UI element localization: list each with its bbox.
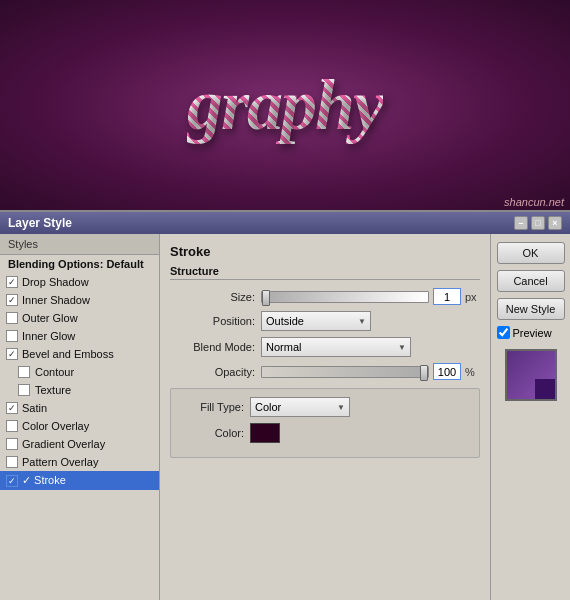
pattern-overlay-checkbox[interactable] — [6, 456, 18, 468]
center-panel: Stroke Structure Size: px Position: Outs… — [160, 234, 490, 600]
color-overlay-checkbox[interactable] — [6, 420, 18, 432]
outer-glow-checkbox[interactable] — [6, 312, 18, 324]
inner-glow-checkbox[interactable] — [6, 330, 18, 342]
cancel-button[interactable]: Cancel — [497, 270, 565, 292]
bevel-emboss-checkbox[interactable] — [6, 348, 18, 360]
blend-mode-row: Blend Mode: Normal ▼ — [170, 337, 480, 357]
watermark: shancun.net — [504, 196, 564, 208]
opacity-label: Opacity: — [170, 366, 255, 378]
layer-style-dialog: Layer Style – □ × Styles Blending Option… — [0, 210, 570, 600]
minimize-button[interactable]: – — [514, 216, 528, 230]
right-panel: OK Cancel New Style Preview — [490, 234, 570, 600]
fill-type-row: Fill Type: Color ▼ — [179, 397, 471, 417]
left-panel: Styles Blending Options: Default Drop Sh… — [0, 234, 160, 600]
size-label: Size: — [170, 291, 255, 303]
blending-options-label: Blending Options: Default — [8, 258, 144, 270]
texture-label: Texture — [35, 384, 71, 396]
drop-shadow-label: Drop Shadow — [22, 276, 89, 288]
fill-type-dropdown[interactable]: Color ▼ — [250, 397, 350, 417]
fill-type-label: Fill Type: — [179, 401, 244, 413]
stroke-checkbox[interactable] — [6, 475, 18, 487]
satin-label: Satin — [22, 402, 47, 414]
blend-mode-label: Blend Mode: — [170, 341, 255, 353]
opacity-slider-container: % — [261, 363, 480, 380]
position-row: Position: Outside ▼ — [170, 311, 480, 331]
color-label: Color: — [179, 427, 244, 439]
sidebar-item-outer-glow[interactable]: Outer Glow — [0, 309, 159, 327]
structure-title: Structure — [170, 265, 480, 280]
inner-glow-label: Inner Glow — [22, 330, 75, 342]
sidebar-item-inner-glow[interactable]: Inner Glow — [0, 327, 159, 345]
watermark-text: shancun.net — [504, 196, 564, 208]
preview-checkbox-row: Preview — [497, 326, 565, 339]
gradient-overlay-checkbox[interactable] — [6, 438, 18, 450]
sidebar-item-texture[interactable]: Texture — [0, 381, 159, 399]
pattern-overlay-label: Pattern Overlay — [22, 456, 98, 468]
position-label: Position: — [170, 315, 255, 327]
blend-mode-value: Normal — [266, 341, 301, 353]
size-row: Size: px — [170, 288, 480, 305]
gradient-overlay-label: Gradient Overlay — [22, 438, 105, 450]
sidebar-item-drop-shadow[interactable]: Drop Shadow — [0, 273, 159, 291]
fill-type-dropdown-arrow: ▼ — [337, 403, 345, 412]
color-row: Color: — [179, 423, 471, 443]
contour-checkbox[interactable] — [18, 366, 30, 378]
canvas-text: graphy — [187, 64, 383, 147]
inner-shadow-label: Inner Shadow — [22, 294, 90, 306]
stroke-title: Stroke — [170, 244, 480, 259]
stroke-label: ✓ Stroke — [22, 474, 66, 487]
opacity-value-input[interactable] — [433, 363, 461, 380]
position-dropdown[interactable]: Outside ▼ — [261, 311, 371, 331]
contour-label: Contour — [35, 366, 74, 378]
dialog-title: Layer Style — [8, 216, 72, 230]
fill-type-value: Color — [255, 401, 281, 413]
preview-checkbox[interactable] — [497, 326, 510, 339]
opacity-row: Opacity: % — [170, 363, 480, 380]
sidebar-item-gradient-overlay[interactable]: Gradient Overlay — [0, 435, 159, 453]
preview-swatch — [505, 349, 557, 401]
size-slider-container: px — [261, 288, 480, 305]
preview-label: Preview — [513, 327, 552, 339]
inner-shadow-checkbox[interactable] — [6, 294, 18, 306]
size-unit: px — [465, 291, 480, 303]
outer-glow-label: Outer Glow — [22, 312, 78, 324]
size-slider-thumb[interactable] — [262, 290, 270, 306]
opacity-slider-thumb[interactable] — [420, 365, 428, 381]
size-value-input[interactable] — [433, 288, 461, 305]
sidebar-item-stroke[interactable]: ✓ Stroke — [0, 471, 159, 490]
close-button[interactable]: × — [548, 216, 562, 230]
sidebar-item-bevel-emboss[interactable]: Bevel and Emboss — [0, 345, 159, 363]
satin-checkbox[interactable] — [6, 402, 18, 414]
sidebar-item-blending-options[interactable]: Blending Options: Default — [0, 255, 159, 273]
titlebar-controls: – □ × — [514, 216, 562, 230]
position-dropdown-arrow: ▼ — [358, 317, 366, 326]
sidebar-item-satin[interactable]: Satin — [0, 399, 159, 417]
sidebar-item-pattern-overlay[interactable]: Pattern Overlay — [0, 453, 159, 471]
bevel-emboss-label: Bevel and Emboss — [22, 348, 114, 360]
color-overlay-label: Color Overlay — [22, 420, 89, 432]
ok-button[interactable]: OK — [497, 242, 565, 264]
fill-type-section: Fill Type: Color ▼ Color: — [170, 388, 480, 458]
blend-mode-dropdown-arrow: ▼ — [398, 343, 406, 352]
position-value: Outside — [266, 315, 304, 327]
size-slider[interactable] — [261, 291, 429, 303]
opacity-unit: % — [465, 366, 480, 378]
color-swatch[interactable] — [250, 423, 280, 443]
restore-button[interactable]: □ — [531, 216, 545, 230]
drop-shadow-checkbox[interactable] — [6, 276, 18, 288]
new-style-button[interactable]: New Style — [497, 298, 565, 320]
sidebar-item-contour[interactable]: Contour — [0, 363, 159, 381]
dialog-titlebar: Layer Style – □ × — [0, 212, 570, 234]
opacity-slider[interactable] — [261, 366, 429, 378]
canvas-preview: graphy — [0, 0, 570, 210]
styles-header: Styles — [0, 234, 159, 255]
sidebar-item-inner-shadow[interactable]: Inner Shadow — [0, 291, 159, 309]
sidebar-item-color-overlay[interactable]: Color Overlay — [0, 417, 159, 435]
texture-checkbox[interactable] — [18, 384, 30, 396]
blend-mode-dropdown[interactable]: Normal ▼ — [261, 337, 411, 357]
dialog-body: Styles Blending Options: Default Drop Sh… — [0, 234, 570, 600]
